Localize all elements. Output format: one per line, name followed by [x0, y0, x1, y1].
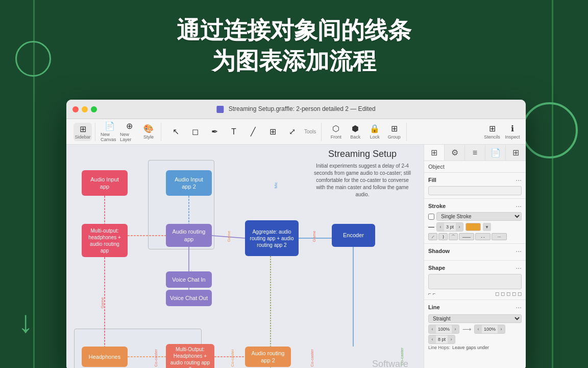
toolbar-group-sidebar: ⊞ Sidebar: [70, 123, 95, 141]
stencils-button[interactable]: ⊞ Stencils: [483, 123, 501, 141]
line-left-value: 100%: [436, 327, 452, 332]
text-tool[interactable]: T: [225, 123, 243, 141]
app-window: Streaming Setup.graffle: 2-person detail…: [66, 100, 526, 368]
node-audio-input-1[interactable]: Audio Input app: [82, 170, 128, 196]
line-right-decrease[interactable]: ‹: [475, 325, 482, 334]
panel-tab-grid[interactable]: ⊞: [424, 145, 445, 160]
table-tool[interactable]: ⊞: [263, 123, 282, 141]
fill-menu[interactable]: ···: [516, 176, 522, 184]
stroke-width-stepper: ‹ 3 pt ›: [436, 222, 463, 232]
line-menu[interactable]: ···: [516, 303, 522, 311]
shape-icon-2: ⌐: [433, 291, 436, 296]
shadow-title: Shadow: [428, 248, 450, 254]
expand-tool[interactable]: ⤢: [283, 123, 301, 141]
canvas-title: Streaming Setup: [311, 149, 413, 159]
stroke-checkbox[interactable]: [428, 214, 434, 220]
stroke-type-select[interactable]: Single Stroke: [436, 212, 522, 221]
select-tool[interactable]: ↖: [166, 123, 185, 141]
shape-icon-5: ◻: [506, 291, 510, 296]
panel-tab-table[interactable]: ≡: [465, 145, 485, 160]
node-audio-input-2[interactable]: Audio Input app 2: [166, 170, 212, 196]
node-aggregate[interactable]: Aggregate: audio routing app + audio rou…: [245, 220, 299, 256]
sidebar-icon: ⊞: [80, 124, 86, 134]
header-line1: 通过连接对象间的线条: [0, 15, 588, 46]
sidebar-button[interactable]: ⊞ Sidebar: [74, 123, 92, 141]
window-title: Streaming Setup.graffle: 2-person detail…: [216, 105, 375, 113]
new-layer-button[interactable]: ⊕ New Layer: [120, 123, 138, 141]
node-audio-routing-2[interactable]: Audio routing app 2: [245, 347, 291, 367]
panel-tab-document[interactable]: 📄: [485, 145, 506, 160]
line-tool[interactable]: ╱: [244, 123, 262, 141]
line-label-cocaster-3: Co-caster: [154, 349, 158, 367]
line-width-row: ‹ 8 pt ›: [428, 335, 522, 344]
stencils-icon: ⊞: [489, 124, 496, 133]
app-icon: [216, 106, 224, 113]
stroke-style-3[interactable]: ⌒: [449, 233, 458, 240]
new-canvas-button[interactable]: 📄 New Canvas: [101, 123, 119, 141]
back-icon: ⬢: [352, 124, 359, 133]
main-area: Streaming Setup Initial experiments sugg…: [66, 145, 526, 368]
shape-icon-3: ◻: [495, 291, 499, 296]
stroke-title: Stroke: [428, 203, 446, 209]
shape-spacer: [437, 291, 494, 296]
close-button[interactable]: [72, 106, 79, 112]
pen-tool[interactable]: ✒: [205, 123, 224, 141]
shape-icon-6: ◻: [512, 291, 516, 296]
shape-menu[interactable]: ···: [516, 264, 522, 272]
node-headphones[interactable]: Headphones: [82, 347, 128, 367]
line-hops-label: Line Hops:: [428, 345, 450, 350]
front-button[interactable]: ⬡ Front: [327, 123, 345, 141]
panel-tab-gear[interactable]: ⚙: [445, 145, 465, 160]
pen-icon: ✒: [211, 127, 218, 136]
line-left-stepper: ‹ 100% ›: [428, 325, 459, 334]
line-title: Line: [428, 304, 440, 310]
stroke-color-dropdown[interactable]: ▼: [483, 223, 491, 231]
stroke-style-5[interactable]: - -: [475, 233, 491, 240]
line-left-decrease[interactable]: ‹: [429, 325, 436, 334]
line-section: Line ··· Straight ‹ 100% › ⟶ ‹ 100%: [424, 300, 526, 355]
stroke-menu[interactable]: ···: [516, 202, 522, 210]
line-label-cocaster-4: Co-caster: [310, 349, 314, 367]
line-label-game-3: Game: [227, 231, 231, 242]
back-button[interactable]: ⬢ Back: [346, 123, 364, 141]
line-label-mic-1: Mic: [274, 182, 278, 188]
stroke-style-2[interactable]: ⟩: [438, 233, 448, 240]
right-panel: ⊞ ⚙ ≡ 📄 ⊞ Object Fill ··· Stroke: [424, 145, 526, 368]
shadow-menu[interactable]: ···: [516, 247, 522, 255]
line-left-increase[interactable]: ›: [452, 325, 459, 334]
node-encoder[interactable]: Encoder: [332, 224, 375, 247]
group-button[interactable]: ⊞ Group: [385, 123, 403, 141]
lock-button[interactable]: 🔒 Lock: [365, 123, 384, 141]
stroke-style-1[interactable]: ⟋: [428, 233, 437, 240]
stroke-width-decrease[interactable]: ‹: [437, 222, 444, 232]
line-width-increase[interactable]: ›: [448, 335, 455, 344]
line-right-value: 100%: [482, 327, 498, 332]
canvas-area[interactable]: Streaming Setup Initial experiments sugg…: [66, 145, 424, 368]
stroke-style-4[interactable]: ——: [459, 233, 474, 240]
node-multi-output[interactable]: Multi-output: headphones + audio routing…: [82, 224, 128, 257]
line-width-decrease[interactable]: ‹: [429, 335, 436, 344]
node-voice-chat-in[interactable]: Voice Chat In: [166, 271, 212, 288]
panel-tab-grid2[interactable]: ⊞: [506, 145, 526, 160]
style-button[interactable]: 🎨 Style: [139, 123, 158, 141]
stroke-style-6[interactable]: ···: [492, 233, 507, 240]
line-arrow-icon: ⟶: [461, 326, 473, 333]
bg-arrow-down: ↓: [18, 307, 33, 337]
node-audio-routing-1[interactable]: Audio routing app: [166, 224, 212, 247]
line-width-value: 8 pt: [436, 337, 448, 342]
lock-icon: 🔒: [370, 124, 380, 133]
maximize-button[interactable]: [91, 106, 97, 112]
node-multi-output-2[interactable]: Multi-Output: Headphones + audio routing…: [166, 344, 214, 368]
software-label: Software: [372, 359, 408, 368]
traffic-lights: [72, 106, 97, 112]
node-voice-chat-out[interactable]: Voice Chat Out: [166, 290, 212, 306]
line-right-increase[interactable]: ›: [498, 325, 505, 334]
shape-tool[interactable]: ◻: [186, 123, 204, 141]
line-type-select[interactable]: Straight: [428, 314, 522, 323]
inspect-button[interactable]: ℹ Inspect: [503, 123, 522, 141]
stroke-width-increase[interactable]: ›: [456, 222, 463, 232]
stroke-color-swatch[interactable]: [465, 223, 481, 231]
stroke-type-row: Single Stroke: [428, 212, 522, 221]
fill-swatch[interactable]: [428, 186, 522, 195]
minimize-button[interactable]: [82, 106, 88, 112]
